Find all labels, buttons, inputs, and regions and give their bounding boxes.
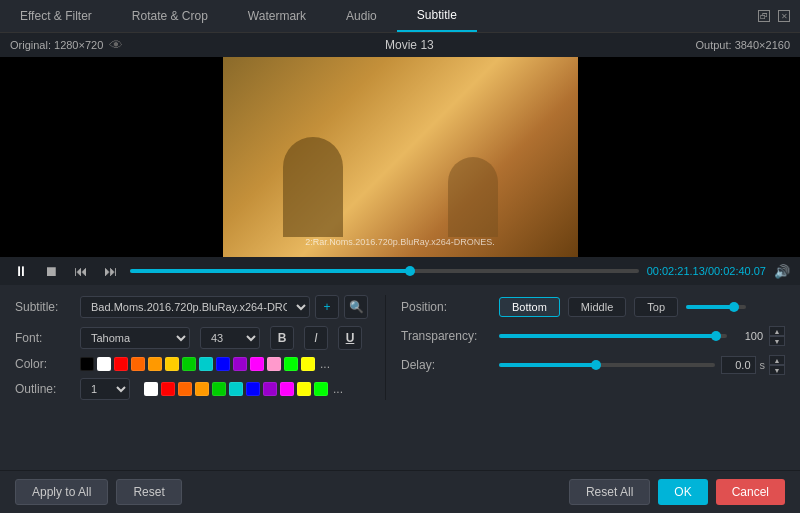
color-swatch-lime[interactable]	[284, 357, 298, 371]
position-middle-button[interactable]: Middle	[568, 297, 626, 317]
outline-swatch-pink[interactable]	[280, 382, 294, 396]
time-current: 00:02:21.13	[647, 265, 705, 277]
color-swatch-orange[interactable]	[131, 357, 145, 371]
color-swatch-yellowbright[interactable]	[301, 357, 315, 371]
position-slider-thumb	[729, 302, 739, 312]
subtitle-select[interactable]: Bad.Moms.2016.720p.BluRay.x264-DRONES.	[80, 296, 310, 318]
bottom-left-buttons: Apply to All Reset	[15, 479, 182, 505]
output-res: Output: 3840×2160	[696, 39, 791, 51]
settings-left: Subtitle: Bad.Moms.2016.720p.BluRay.x264…	[15, 295, 385, 400]
outline-swatch-yellow[interactable]	[297, 382, 311, 396]
settings-panel: Subtitle: Bad.Moms.2016.720p.BluRay.x264…	[0, 285, 800, 470]
outline-swatch-green[interactable]	[212, 382, 226, 396]
apply-all-button[interactable]: Apply to All	[15, 479, 108, 505]
delay-value-input[interactable]: 0.0	[721, 356, 756, 374]
delay-row: Delay: 0.0 s ▲ ▼	[401, 355, 785, 375]
volume-icon[interactable]: 🔊	[774, 264, 790, 279]
prev-button[interactable]: ⏮	[70, 261, 92, 281]
outline-swatch-lime[interactable]	[314, 382, 328, 396]
transparency-down-button[interactable]: ▼	[769, 336, 785, 346]
time-display: 00:02:21.13/00:02:40.07	[647, 265, 766, 277]
tab-subtitle[interactable]: Subtitle	[397, 0, 477, 32]
bold-button[interactable]: B	[270, 326, 294, 350]
color-swatch-purple[interactable]	[233, 357, 247, 371]
tab-rotate-crop[interactable]: Rotate & Crop	[112, 1, 228, 31]
next-button[interactable]: ⏭	[100, 261, 122, 281]
outline-swatch-purple[interactable]	[263, 382, 277, 396]
color-swatch-pink[interactable]	[250, 357, 264, 371]
pause-button[interactable]: ⏸	[10, 261, 32, 281]
cancel-button[interactable]: Cancel	[716, 479, 785, 505]
outline-swatch-teal[interactable]	[229, 382, 243, 396]
color-swatch-yellow[interactable]	[165, 357, 179, 371]
italic-button[interactable]: I	[304, 326, 328, 350]
add-subtitle-button[interactable]: +	[315, 295, 339, 319]
underline-button[interactable]: U	[338, 326, 362, 350]
outline-swatch-blue[interactable]	[246, 382, 260, 396]
color-swatch-black[interactable]	[80, 357, 94, 371]
figure-left	[283, 137, 343, 237]
position-slider[interactable]	[686, 305, 746, 309]
outline-more-colors-button[interactable]: ...	[333, 382, 343, 396]
transparency-slider-fill	[499, 334, 716, 338]
subtitle-input-wrap: Bad.Moms.2016.720p.BluRay.x264-DRONES. +…	[80, 295, 368, 319]
video-frame: 2:Rar.Noms.2016.720p.BluRay.x264-DRONES.	[223, 57, 578, 257]
color-swatch-teal[interactable]	[199, 357, 213, 371]
tab-audio[interactable]: Audio	[326, 1, 397, 31]
color-label: Color:	[15, 357, 70, 371]
font-select[interactable]: Tahoma	[80, 327, 190, 349]
tab-effect-filter[interactable]: Effect & Filter	[0, 1, 112, 31]
original-res: Original: 1280×720	[10, 39, 103, 51]
color-swatch-white[interactable]	[97, 357, 111, 371]
outline-row: Outline: 1 ...	[15, 378, 385, 400]
delay-value-wrap: 0.0 s ▲ ▼	[721, 355, 786, 375]
outline-swatch-orange[interactable]	[178, 382, 192, 396]
transparency-up-button[interactable]: ▲	[769, 326, 785, 336]
video-meta: Original: 1280×720 👁 Movie 13 Output: 38…	[0, 33, 800, 57]
color-swatch-blue[interactable]	[216, 357, 230, 371]
position-label: Position:	[401, 300, 491, 314]
position-top-button[interactable]: Top	[634, 297, 678, 317]
color-swatch-lightpink[interactable]	[267, 357, 281, 371]
video-container: 2:Rar.Noms.2016.720p.BluRay.x264-DRONES.	[0, 57, 800, 257]
restore-button[interactable]: 🗗	[758, 10, 770, 22]
time-total: 00:02:40.07	[708, 265, 766, 277]
eye-icon[interactable]: 👁	[109, 37, 123, 53]
reset-button[interactable]: Reset	[116, 479, 181, 505]
reset-all-button[interactable]: Reset All	[569, 479, 650, 505]
tab-watermark[interactable]: Watermark	[228, 1, 326, 31]
delay-label: Delay:	[401, 358, 491, 372]
outline-swatch-amber[interactable]	[195, 382, 209, 396]
transparency-value: 100	[733, 330, 763, 342]
delay-slider-thumb	[591, 360, 601, 370]
timeline[interactable]	[130, 269, 639, 273]
transparency-slider[interactable]	[499, 334, 727, 338]
outline-swatch-white[interactable]	[144, 382, 158, 396]
ok-button[interactable]: OK	[658, 479, 707, 505]
transparency-spinner: ▲ ▼	[769, 326, 785, 346]
position-row: Position: Bottom Middle Top	[401, 297, 785, 317]
outline-select[interactable]: 1	[80, 378, 130, 400]
color-swatch-green[interactable]	[182, 357, 196, 371]
search-subtitle-button[interactable]: 🔍	[344, 295, 368, 319]
delay-slider[interactable]	[499, 363, 715, 367]
stop-button[interactable]: ⏹	[40, 261, 62, 281]
settings-main: Subtitle: Bad.Moms.2016.720p.BluRay.x264…	[15, 295, 785, 400]
timeline-fill	[130, 269, 410, 273]
figure-right	[448, 157, 498, 237]
color-swatch-amber[interactable]	[148, 357, 162, 371]
transparency-row: Transparency: 100 ▲ ▼	[401, 326, 785, 346]
more-colors-button[interactable]: ...	[320, 357, 330, 371]
delay-down-button[interactable]: ▼	[769, 365, 785, 375]
position-slider-wrap	[686, 305, 746, 309]
delay-up-button[interactable]: ▲	[769, 355, 785, 365]
close-button[interactable]: ✕	[778, 10, 790, 22]
bottom-right-buttons: Reset All OK Cancel	[569, 479, 785, 505]
settings-right: Position: Bottom Middle Top Transparency…	[385, 295, 785, 400]
font-size-select[interactable]: 43	[200, 327, 260, 349]
subtitle-label: Subtitle:	[15, 300, 70, 314]
color-swatches: ...	[80, 357, 330, 371]
position-bottom-button[interactable]: Bottom	[499, 297, 560, 317]
color-swatch-red[interactable]	[114, 357, 128, 371]
outline-swatch-red[interactable]	[161, 382, 175, 396]
